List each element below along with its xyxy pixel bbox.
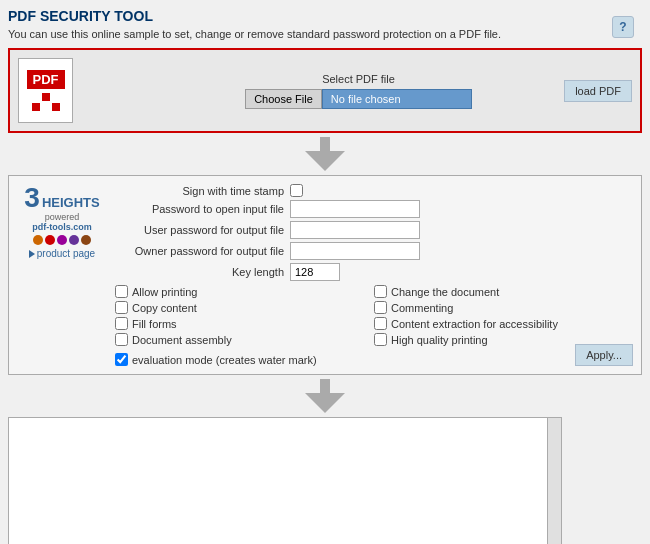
content-extraction-checkbox[interactable] xyxy=(374,317,387,330)
dot xyxy=(52,103,60,111)
settings-right: Sign with time stamp Password to open in… xyxy=(115,184,633,366)
sign-timestamp-label: Sign with time stamp xyxy=(115,185,290,197)
user-password-input[interactable] xyxy=(290,221,420,239)
page-title: PDF SECURITY TOOL xyxy=(8,8,642,24)
page-subtitle: You can use this online sample to set, c… xyxy=(8,28,642,40)
fill-forms-checkbox[interactable] xyxy=(115,317,128,330)
user-password-row: User password for output file xyxy=(115,221,633,239)
sign-timestamp-row: Sign with time stamp xyxy=(115,184,633,197)
change-document-checkbox[interactable] xyxy=(374,285,387,298)
load-pdf-button[interactable]: load PDF xyxy=(564,80,632,102)
commenting-row: Commenting xyxy=(374,301,633,314)
arrow-shaft-2 xyxy=(320,379,330,393)
content-extraction-label: Content extraction for accessibility xyxy=(391,318,558,330)
logo-powered: powered xyxy=(45,212,80,222)
key-length-label: Key length xyxy=(115,266,290,278)
commenting-checkbox[interactable] xyxy=(374,301,387,314)
allow-printing-checkbox[interactable] xyxy=(115,285,128,298)
choose-file-button[interactable]: Choose File xyxy=(245,89,322,109)
eval-mode-row: evaluation mode (creates water mark) xyxy=(115,353,633,366)
file-input-area: Select PDF file Choose File No file chos… xyxy=(85,73,632,109)
pdf-icon-label: PDF xyxy=(27,70,65,89)
change-document-row: Change the document xyxy=(374,285,633,298)
file-input-row: Choose File No file chosen xyxy=(245,89,472,109)
arrow-wrap xyxy=(305,137,345,171)
arrow-wrap-2 xyxy=(305,379,345,413)
arrow-2 xyxy=(8,379,642,413)
password-open-label: Password to open input file xyxy=(115,203,290,215)
logo-dot-2 xyxy=(45,235,55,245)
product-page-label: product page xyxy=(37,248,95,259)
output-section: ▲ ▼ ◄ ► xyxy=(8,417,562,544)
owner-password-label: Owner password for output file xyxy=(115,245,290,257)
document-assembly-checkbox[interactable] xyxy=(115,333,128,346)
high-quality-printing-checkbox[interactable] xyxy=(374,333,387,346)
copy-content-label: Copy content xyxy=(132,302,197,314)
dot xyxy=(32,93,40,101)
triangle-icon xyxy=(29,250,35,258)
key-length-row: Key length xyxy=(115,263,633,281)
allow-printing-label: Allow printing xyxy=(132,286,197,298)
dot xyxy=(32,103,40,111)
logo-area: 3 HEIGHTS powered pdf-tools.com product … xyxy=(17,184,107,366)
pdf-icon: PDF xyxy=(18,58,73,123)
sign-timestamp-checkbox[interactable] xyxy=(290,184,303,197)
main-container: PDF SECURITY TOOL ? You can use this onl… xyxy=(0,0,650,544)
file-upload-section: PDF Select PDF file Choose File No file … xyxy=(8,48,642,133)
vertical-scrollbar[interactable] xyxy=(547,418,561,544)
logo-domain: pdf-tools.com xyxy=(32,222,92,232)
pdf-icon-dots xyxy=(32,93,60,111)
fill-forms-row: Fill forms xyxy=(115,317,374,330)
change-document-label: Change the document xyxy=(391,286,499,298)
key-length-input[interactable] xyxy=(290,263,340,281)
high-quality-printing-label: High quality printing xyxy=(391,334,488,346)
logo-dot-3 xyxy=(57,235,67,245)
allow-printing-row: Allow printing xyxy=(115,285,374,298)
arrow-head-2 xyxy=(305,393,345,413)
content-extraction-row: Content extraction for accessibility xyxy=(374,317,633,330)
info-button[interactable]: ? xyxy=(612,16,634,38)
arrow-head xyxy=(305,151,345,171)
settings-section: 3 HEIGHTS powered pdf-tools.com product … xyxy=(8,175,642,375)
dot xyxy=(42,93,50,101)
copy-content-row: Copy content xyxy=(115,301,374,314)
dot xyxy=(52,93,60,101)
logo-dots-row xyxy=(33,235,91,245)
select-pdf-label: Select PDF file xyxy=(322,73,395,85)
logo-dot-4 xyxy=(69,235,79,245)
logo-heights: HEIGHTS xyxy=(42,195,100,210)
dot xyxy=(42,103,50,111)
eval-mode-label: evaluation mode (creates water mark) xyxy=(132,354,317,366)
checkboxes-area: Allow printing Copy content Fill forms D… xyxy=(115,285,633,349)
logo-dot-1 xyxy=(33,235,43,245)
arrow-shaft xyxy=(320,137,330,151)
checkbox-col-left: Allow printing Copy content Fill forms D… xyxy=(115,285,374,349)
logo-dot-5 xyxy=(81,235,91,245)
checkbox-col-right: Change the document Commenting Content e… xyxy=(374,285,633,349)
document-assembly-label: Document assembly xyxy=(132,334,232,346)
password-open-input[interactable] xyxy=(290,200,420,218)
arrow-1 xyxy=(8,137,642,171)
eval-mode-checkbox[interactable] xyxy=(115,353,128,366)
document-assembly-row: Document assembly xyxy=(115,333,374,346)
password-open-row: Password to open input file xyxy=(115,200,633,218)
product-page-link[interactable]: product page xyxy=(29,248,95,259)
user-password-label: User password for output file xyxy=(115,224,290,236)
file-chosen-display: No file chosen xyxy=(322,89,472,109)
commenting-label: Commenting xyxy=(391,302,453,314)
copy-content-checkbox[interactable] xyxy=(115,301,128,314)
fill-forms-label: Fill forms xyxy=(132,318,177,330)
apply-button[interactable]: Apply... xyxy=(575,344,633,366)
owner-password-input[interactable] xyxy=(290,242,420,260)
owner-password-row: Owner password for output file xyxy=(115,242,633,260)
logo-number: 3 xyxy=(24,184,40,212)
